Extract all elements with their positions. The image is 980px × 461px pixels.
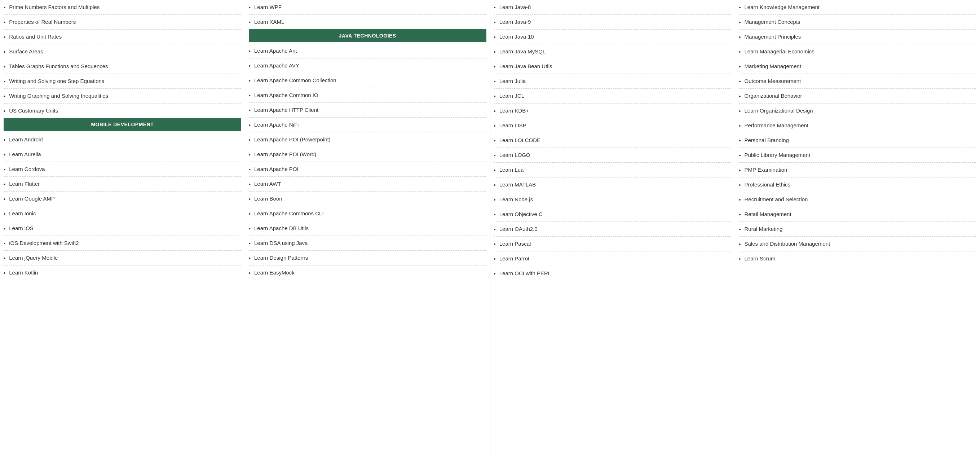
bullet-icon: •	[249, 62, 251, 70]
list-item[interactable]: •Learn Apache POI (Word)	[249, 147, 487, 162]
list-item[interactable]: •Surface Areas	[3, 45, 241, 59]
list-item[interactable]: •Learn Apache AVY	[249, 59, 487, 73]
list-item[interactable]: •Organizational Behavior	[739, 89, 977, 104]
bullet-icon: •	[3, 3, 5, 11]
item-label: Learn OCI with PERL	[500, 270, 730, 277]
list-item[interactable]: •Learn iOS	[3, 221, 241, 236]
list-item[interactable]: •Retail Management	[739, 207, 977, 222]
list-item[interactable]: •Performance Management	[739, 118, 977, 133]
bullet-icon: •	[3, 210, 5, 217]
list-item[interactable]: •Learn Julia	[494, 74, 732, 89]
list-item[interactable]: •Learn XAML	[249, 15, 487, 29]
list-item[interactable]: •Learn Apache Common Collection	[249, 73, 487, 88]
list-item[interactable]: •Sales and Distribution Management	[739, 237, 977, 251]
list-item[interactable]: •Outcome Measurement	[739, 74, 977, 89]
item-label: Learn Scrum	[745, 255, 975, 262]
list-item[interactable]: •Recruitment and Selection	[739, 192, 977, 207]
list-item[interactable]: •Ratios and Unit Rates	[3, 30, 241, 45]
list-item[interactable]: •Prime Numbers Factors and Multiples	[3, 0, 241, 15]
list-item[interactable]: •US Customary Units	[3, 104, 241, 118]
bullet-icon: •	[249, 269, 251, 277]
list-item[interactable]: •Learn Scrum	[739, 251, 977, 266]
list-item[interactable]: •Learn Managerial Economics	[739, 45, 977, 59]
list-item[interactable]: •Management Principles	[739, 30, 977, 45]
bullet-icon: •	[739, 78, 741, 85]
list-item[interactable]: •Writing and Solving one Step Equations	[3, 74, 241, 89]
bullet-icon: •	[249, 136, 251, 144]
item-label: Learn Apache POI (Powerpoint)	[254, 136, 485, 143]
item-label: Outcome Measurement	[745, 77, 975, 85]
list-item[interactable]: •Properties of Real Numbers	[3, 15, 241, 30]
list-item[interactable]: •Learn Android	[3, 132, 241, 147]
list-item[interactable]: •PMP Examination	[739, 163, 977, 177]
bullet-icon: •	[249, 3, 251, 11]
list-item[interactable]: •Learn Cordova	[3, 162, 241, 177]
list-item[interactable]: •Learn Apache Common IO	[249, 88, 487, 103]
item-label: Learn KDB+	[500, 107, 730, 114]
list-item[interactable]: •Personal Branding	[739, 133, 977, 148]
list-item[interactable]: •Tables Graphs Functions and Sequences	[3, 59, 241, 74]
list-item[interactable]: •Learn Apache Commons CLI	[249, 206, 487, 221]
list-item[interactable]: •Learn Kotlin	[3, 265, 241, 280]
list-item[interactable]: •Learn Java Bean Utils	[494, 59, 732, 74]
item-label: Learn Julia	[500, 77, 730, 85]
item-label: Learn OAuth2.0	[500, 225, 730, 233]
list-item[interactable]: •Learn Knowledge Management	[739, 0, 977, 15]
list-item[interactable]: •Learn Ionic	[3, 206, 241, 221]
list-item[interactable]: •Learn Parrot	[494, 251, 732, 266]
section-header-1-1: JAVA TECHNOLOGIES	[249, 29, 487, 42]
item-label: Learn Boon	[254, 195, 485, 203]
bullet-icon: •	[249, 121, 251, 129]
item-label: Marketing Management	[745, 62, 975, 70]
list-item[interactable]: •Professional Ethics	[739, 177, 977, 192]
bullet-icon: •	[249, 92, 251, 99]
list-item[interactable]: •Learn OCI with PERL	[494, 266, 732, 281]
list-item[interactable]: •Learn Java-9	[494, 15, 732, 30]
list-item[interactable]: •Writing Graphing and Solving Inequaliti…	[3, 89, 241, 104]
list-item[interactable]: •Learn EasyMock	[249, 265, 487, 280]
list-item[interactable]: •Learn DSA using Java	[249, 236, 487, 251]
list-item[interactable]: •Learn Apache POI (Powerpoint)	[249, 132, 487, 147]
list-item[interactable]: •Marketing Management	[739, 59, 977, 74]
list-item[interactable]: •Learn LOLCODE	[494, 133, 732, 148]
list-item[interactable]: •Learn WPF	[249, 0, 487, 15]
list-item[interactable]: •Learn Objective C	[494, 207, 732, 222]
list-item[interactable]: •Learn Flutter	[3, 177, 241, 191]
list-item[interactable]: •Learn Organizational Design	[739, 104, 977, 118]
list-item[interactable]: •Learn Pascal	[494, 237, 732, 251]
list-item[interactable]: •Learn OAuth2.0	[494, 222, 732, 237]
bullet-icon: •	[494, 225, 496, 233]
list-item[interactable]: •Learn Apache NiFi	[249, 118, 487, 132]
list-item[interactable]: •Learn Apache DB Utils	[249, 221, 487, 236]
item-label: iOS Development with Swift2	[9, 239, 239, 247]
list-item[interactable]: •Management Concepts	[739, 15, 977, 30]
list-item[interactable]: •Learn Java-8	[494, 0, 732, 15]
list-item[interactable]: •Learn JCL	[494, 89, 732, 104]
item-label: Learn Java-10	[500, 33, 730, 40]
list-item[interactable]: •Learn Apache POI	[249, 162, 487, 177]
list-item[interactable]: •Rural Marketing	[739, 222, 977, 237]
list-item[interactable]: •Learn AWT	[249, 177, 487, 191]
list-item[interactable]: •Public Library Management	[739, 148, 977, 163]
list-item[interactable]: •Learn Java-10	[494, 30, 732, 45]
list-item[interactable]: •Learn Apache HTTP Client	[249, 103, 487, 118]
list-item[interactable]: •Learn LISP	[494, 118, 732, 133]
list-item[interactable]: •Learn MATLAB	[494, 177, 732, 192]
list-item[interactable]: •Learn Apache Ant	[249, 44, 487, 59]
list-item[interactable]: •Learn jQuery Mobile	[3, 251, 241, 265]
list-item[interactable]: •Learn LOGO	[494, 148, 732, 163]
item-label: Learn Apache Commons CLI	[254, 210, 485, 217]
bullet-icon: •	[494, 3, 496, 11]
bullet-icon: •	[494, 48, 496, 56]
bullet-icon: •	[3, 33, 5, 41]
list-item[interactable]: •Learn Boon	[249, 191, 487, 206]
list-item[interactable]: •Learn Aurelia	[3, 147, 241, 162]
list-item[interactable]: •Learn Node.js	[494, 192, 732, 207]
list-item[interactable]: •Learn Design Patterns	[249, 251, 487, 265]
list-item[interactable]: •iOS Development with Swift2	[3, 236, 241, 251]
list-item[interactable]: •Learn Google AMP	[3, 191, 241, 206]
list-item[interactable]: •Learn KDB+	[494, 104, 732, 118]
list-item[interactable]: •Learn Java MySQL	[494, 45, 732, 59]
bullet-icon: •	[249, 77, 251, 85]
list-item[interactable]: •Learn Lua	[494, 163, 732, 177]
